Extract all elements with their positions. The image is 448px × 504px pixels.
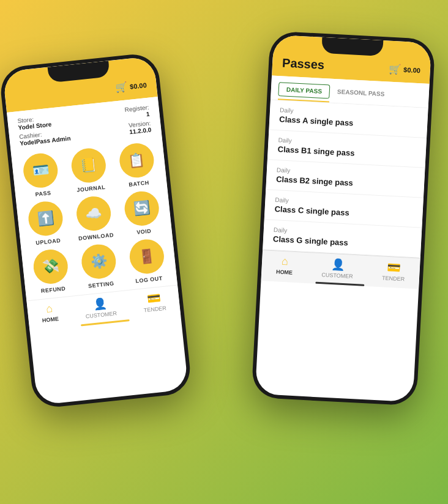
void-icon-circle: 🔄	[123, 190, 161, 228]
grid-item-journal[interactable]: 📒 JOURNAL	[65, 146, 113, 194]
home-underline	[81, 319, 130, 326]
refund-label: REFUND	[40, 286, 65, 294]
grid-item-setting[interactable]: ⚙️ SETTING	[75, 242, 123, 290]
phone2: Passes 🛒 $0.00 DAILY PASS SEASONL PASS D…	[251, 31, 435, 406]
customer-icon: 👤	[92, 297, 107, 311]
pass-label: PASS	[35, 190, 51, 198]
home-icon: ⌂	[45, 302, 53, 316]
store-section: Store: Yodel Store	[17, 114, 52, 132]
scene: 🛒 $0.00 Store: Yodel Store Register: 1	[10, 10, 438, 494]
phone2-cart-badge: 🛒 $0.00	[389, 63, 420, 76]
phone2-nav-customer[interactable]: 👤 CUSTOMER	[321, 257, 354, 280]
phone2-nav-home[interactable]: ⌂ HOME	[276, 254, 294, 276]
register-section: Register: 1	[124, 104, 150, 120]
cashier-section: Cashier: YodelPass Admin	[19, 128, 71, 147]
phone2-home-label: HOME	[276, 269, 293, 275]
upload-label: UPLOAD	[35, 237, 61, 246]
journal-label: JOURNAL	[77, 184, 106, 193]
grid-item-pass[interactable]: 🪪 PASS	[18, 151, 65, 199]
tender-nav-label: TENDER	[143, 305, 166, 314]
phone2-cart-icon: 🛒	[389, 63, 401, 75]
cart-icon: 🛒	[114, 81, 128, 94]
nav-tender[interactable]: 💳 TENDER	[142, 291, 166, 314]
logout-icon-circle: 🚪	[128, 238, 166, 276]
phone1-grid: 🪪 PASS 📒 JOURNAL 📋 BATCH ⬆️ UPLOAD ☁	[11, 136, 177, 301]
tab-daily-pass[interactable]: DAILY PASS	[278, 82, 330, 98]
phone2-cart-amount: $0.00	[403, 65, 420, 73]
refund-icon-circle: 💸	[32, 248, 70, 286]
batch-icon-circle: 📋	[118, 142, 155, 180]
customer-nav-label: CUSTOMER	[85, 310, 117, 319]
download-label: DOWNLOAD	[78, 232, 114, 242]
pass-icon-circle: 🪪	[22, 152, 60, 190]
phone2-screen: Passes 🛒 $0.00 DAILY PASS SEASONL PASS D…	[255, 35, 431, 402]
void-label: VOID	[136, 228, 152, 235]
grid-item-upload[interactable]: ⬆️ UPLOAD	[23, 199, 70, 247]
setting-label: SETTING	[88, 280, 114, 289]
download-icon-circle: ☁️	[75, 195, 113, 232]
setting-icon-circle: ⚙️	[80, 243, 118, 281]
phone2-pass-list: Daily Class A single pass Daily Class B1…	[263, 100, 428, 258]
tender-icon: 💳	[146, 291, 161, 306]
version-value: 11.2.0.0	[129, 127, 152, 136]
phone2-customer-label: CUSTOMER	[321, 272, 353, 280]
grid-item-refund[interactable]: 💸 REFUND	[28, 247, 75, 295]
phone1-screen: 🛒 $0.00 Store: Yodel Store Register: 1	[2, 56, 189, 406]
passes-title: Passes	[282, 56, 325, 72]
cart-amount: $0.00	[130, 81, 147, 90]
version-section: Version: 11.2.0.0	[129, 120, 152, 136]
upload-icon-circle: ⬆️	[27, 200, 65, 238]
journal-icon-circle: 📒	[70, 147, 108, 185]
phone1: 🛒 $0.00 Store: Yodel Store Register: 1	[0, 52, 193, 409]
grid-item-batch[interactable]: 📋 BATCH	[113, 141, 161, 189]
phone2-home-underline	[315, 282, 364, 286]
phone2-nav-tender[interactable]: 💳 TENDER	[382, 260, 406, 282]
phone2-tender-label: TENDER	[382, 275, 405, 282]
nav-customer[interactable]: 👤 CUSTOMER	[84, 295, 118, 319]
grid-item-logout[interactable]: 🚪 LOG OUT	[123, 237, 171, 285]
phone2-customer-icon: 👤	[330, 258, 345, 272]
cart-badge: 🛒 $0.00	[114, 79, 147, 94]
tab-seasonl-pass[interactable]: SEASONL PASS	[329, 85, 392, 106]
nav-home[interactable]: ⌂ HOME	[40, 302, 59, 324]
logout-label: LOG OUT	[135, 275, 163, 284]
batch-label: BATCH	[129, 179, 149, 187]
phone2-home-icon: ⌂	[281, 255, 288, 269]
home-nav-label: HOME	[42, 316, 59, 324]
phone2-tender-icon: 💳	[387, 261, 401, 275]
grid-item-download[interactable]: ☁️ DOWNLOAD	[70, 195, 118, 242]
grid-item-void[interactable]: 🔄 VOID	[118, 189, 166, 237]
